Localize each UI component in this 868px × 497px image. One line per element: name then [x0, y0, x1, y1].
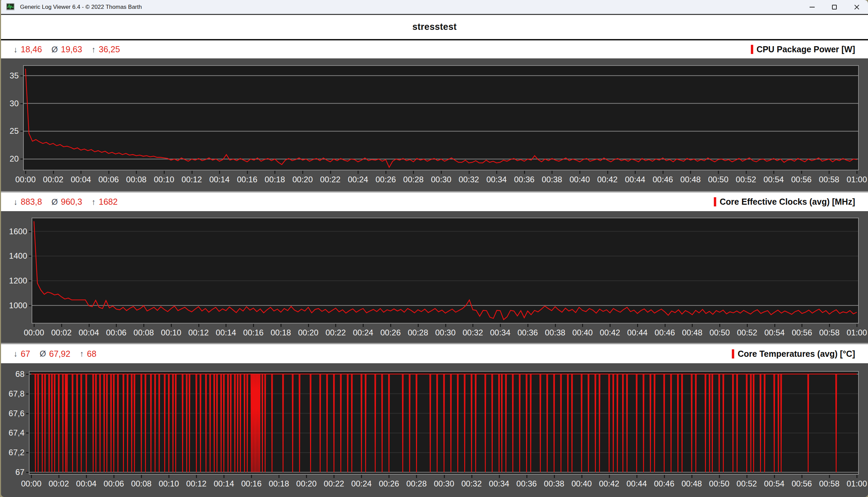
x-axis-tick-label: 00:24	[347, 328, 379, 338]
x-axis-tick-label: 00:38	[540, 328, 571, 338]
chart-panel-cpu-power[interactable]: 3530252000:0000:0200:0400:0600:0800:1000…	[1, 58, 868, 191]
x-axis-tick-label: 00:26	[373, 479, 404, 488]
stat-min-value: 67	[21, 349, 30, 359]
x-axis-tick	[554, 475, 555, 478]
close-button[interactable]	[845, 0, 868, 14]
x-axis-tick	[81, 171, 82, 174]
y-axis-tick	[20, 131, 23, 132]
chart-svg	[24, 66, 858, 170]
x-axis-tick-label: 00:40	[564, 175, 595, 184]
x-axis-tick	[856, 475, 857, 478]
stat-avg: Ø 67,92	[40, 349, 70, 359]
x-axis-tick	[746, 475, 747, 478]
x-axis-tick-label: 00:26	[375, 328, 406, 338]
x-axis-tick	[829, 324, 830, 327]
y-axis-tick	[29, 305, 31, 306]
stat-max: ↑ 68	[80, 349, 96, 359]
x-axis-tick-label: 00:32	[457, 328, 488, 338]
x-axis-tick	[58, 475, 59, 478]
x-axis-tick	[468, 171, 470, 174]
x-axis-tick-label: 00:46	[649, 479, 680, 488]
stats-row-core-temps: ↓ 67 Ø 67,92 ↑ 68 Core Temperatures (avg…	[1, 343, 868, 363]
x-axis-tick	[116, 324, 117, 327]
x-axis-tick	[306, 475, 307, 478]
chart-panel-core-clocks[interactable]: 160014001200100000:0000:0200:0400:0600:0…	[1, 211, 868, 343]
y-axis-tick-label: 30	[1, 99, 19, 108]
stat-avg-value: 19,63	[61, 44, 82, 54]
x-axis-tick	[774, 475, 775, 478]
x-axis-tick-label: 00:54	[759, 328, 790, 338]
x-axis-tick	[582, 475, 583, 478]
x-axis-tick	[141, 475, 142, 478]
x-axis-tick	[25, 171, 26, 174]
plot-area[interactable]	[23, 65, 859, 170]
x-axis-tick	[829, 475, 830, 478]
title-bar: Generic Log Viewer 6.4 - © 2022 Thomas B…	[1, 0, 868, 15]
maximize-button[interactable]	[823, 0, 845, 14]
minimize-button[interactable]	[801, 0, 823, 14]
plot-area[interactable]	[29, 371, 859, 474]
x-axis-tick-label: 00:46	[649, 328, 681, 338]
chart-title-core-temps: Core Temperatures (avg) [°C]	[732, 349, 855, 359]
red-accent-bar	[732, 349, 734, 358]
x-axis-tick-label: 00:32	[453, 175, 485, 184]
stat-max: ↑ 36,25	[92, 44, 120, 54]
x-axis-tick-label: 00:04	[73, 328, 104, 338]
x-axis-tick-label: 00:36	[511, 479, 542, 488]
x-axis-tick-label: 00:48	[676, 479, 708, 488]
x-axis-tick-label: 00:08	[128, 328, 159, 338]
x-axis-tick-label: 00:10	[149, 175, 180, 184]
x-axis-tick	[441, 171, 442, 174]
x-axis-tick-label: 00:30	[425, 175, 457, 184]
x-axis-tick-label: 00:42	[592, 175, 623, 184]
stat-min-value: 18,46	[21, 44, 42, 54]
x-axis-tick-label: 00:52	[730, 175, 762, 184]
y-axis-tick-label: 35	[1, 71, 19, 81]
x-axis-tick-label: 00:36	[512, 328, 543, 338]
arrow-up-icon: ↑	[92, 45, 96, 54]
x-axis-tick-label: 00:00	[16, 479, 47, 488]
y-axis-tick	[26, 374, 29, 375]
chart-panel-core-temps[interactable]: 6867,867,667,467,26700:0000:0200:0400:06…	[1, 363, 868, 497]
y-axis-tick	[26, 394, 29, 395]
x-axis-tick-label: 00:56	[786, 479, 817, 488]
x-axis-tick	[31, 475, 32, 478]
app-logo-icon	[6, 2, 15, 12]
x-axis-tick-label: 00:56	[786, 328, 817, 338]
stat-max-value: 36,25	[99, 44, 120, 54]
stat-max: ↑ 1682	[92, 197, 118, 207]
x-axis-tick	[582, 324, 583, 327]
x-axis-tick-label: 00:40	[566, 479, 597, 488]
x-axis-tick-label: 00:16	[236, 479, 267, 488]
y-axis-tick	[26, 472, 29, 473]
x-axis-tick	[308, 324, 309, 327]
x-axis-tick	[637, 324, 638, 327]
x-axis-tick	[108, 171, 109, 174]
x-axis-tick	[86, 475, 87, 478]
x-axis-tick	[361, 475, 362, 478]
x-axis-tick	[527, 324, 528, 327]
x-axis-tick	[691, 475, 692, 478]
x-axis-tick-label: 00:26	[370, 175, 402, 184]
x-axis-tick-label: 01:00	[841, 328, 868, 338]
x-axis-tick-label: 00:24	[342, 175, 374, 184]
stat-max-value: 1682	[99, 197, 118, 207]
x-axis-tick	[801, 171, 802, 174]
x-axis-tick-label: 00:06	[93, 175, 124, 184]
x-axis-tick-label: 00:30	[429, 479, 460, 488]
x-axis-tick	[445, 324, 446, 327]
y-axis-tick	[26, 452, 29, 453]
x-axis-tick	[198, 324, 199, 327]
stats-row-core-clocks: ↓ 883,8 Ø 960,3 ↑ 1682 Core Effective Cl…	[1, 191, 868, 211]
x-axis-tick-label: 00:24	[346, 479, 377, 488]
x-axis-tick-label: 00:38	[536, 175, 568, 184]
plot-area[interactable]	[31, 217, 859, 324]
y-axis-tick	[29, 231, 31, 232]
close-icon	[854, 4, 859, 10]
x-axis-tick-label: 00:00	[18, 328, 50, 338]
x-axis-tick-label: 00:10	[153, 479, 184, 488]
x-axis-tick-label: 00:02	[43, 479, 74, 488]
x-axis-tick-label: 00:34	[485, 328, 516, 338]
x-axis-tick	[664, 475, 665, 478]
x-axis-tick-label: 00:02	[38, 175, 69, 184]
